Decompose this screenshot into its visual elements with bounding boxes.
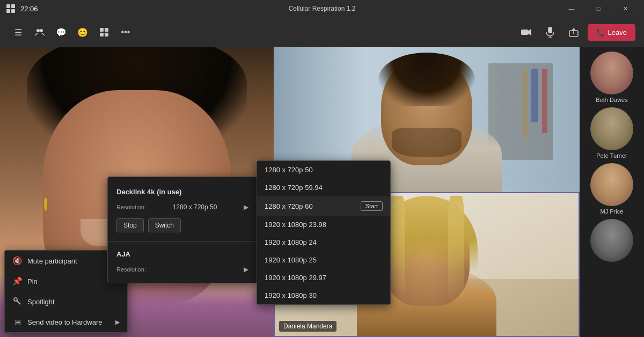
start-button[interactable]: Start — [361, 201, 383, 211]
res-720p5994-label: 1280 x 720p 59.94 — [265, 184, 323, 192]
apps-icon[interactable] — [94, 23, 114, 42]
ctx-pin-label: Pin — [27, 277, 38, 285]
avatar-beth — [590, 52, 633, 94]
title-bar-left: 22:06 — [6, 4, 38, 13]
res-720p5994[interactable]: 1280 x 720p 59.94 — [257, 179, 390, 196]
participants-panel: Beth Davies Pete Turner MJ Price — [580, 47, 644, 337]
res-1080p30-label: 1920 x 1080p 30 — [265, 291, 317, 299]
mute-icon: 🔇 — [12, 256, 22, 266]
maximize-button[interactable]: □ — [586, 0, 611, 17]
mic-icon[interactable] — [540, 23, 560, 42]
stop-button[interactable]: Stop — [116, 218, 144, 232]
title-bar: 22:06 Cellular Respiration 1.2 — □ ✕ — [0, 0, 644, 17]
res-1080p2997-label: 1920 x 1080p 29.97 — [265, 274, 326, 282]
participant-beth-name: Beth Davies — [596, 97, 627, 103]
chat-icon[interactable]: 💬 — [52, 23, 71, 42]
res-1080p2997[interactable]: 1920 x 1080p 29.97 — [257, 269, 390, 287]
pin-icon: 📌 — [12, 276, 22, 286]
res-1080p2398-label: 1920 x 1080p 23.98 — [265, 221, 326, 229]
leave-label: Leave — [608, 28, 627, 36]
toolbar-right: 📞 Leave — [517, 23, 635, 42]
participant-mj[interactable]: MJ Price — [584, 163, 640, 215]
svg-rect-3 — [105, 28, 108, 32]
device-name: Decklink 4k (in use) — [108, 184, 257, 200]
aja-resolution-row[interactable]: Resolution: ▶ — [108, 262, 257, 276]
participant-mj-name: MJ Price — [601, 208, 624, 215]
svg-rect-4 — [100, 33, 104, 36]
aja-resolution-label: Resolution: — [116, 266, 146, 273]
svg-point-1 — [40, 29, 43, 32]
close-button[interactable]: ✕ — [613, 0, 638, 17]
spotlight-icon — [12, 297, 22, 307]
svg-rect-8 — [548, 27, 552, 33]
participant-small[interactable] — [584, 219, 640, 262]
res-1080p24[interactable]: 1920 x 1080p 24 — [257, 233, 390, 251]
aja-label: AJA — [108, 246, 257, 262]
res-1080p25[interactable]: 1920 x 1080p 25 — [257, 251, 390, 269]
svg-rect-5 — [105, 33, 108, 36]
res-720p60[interactable]: 1280 x 720p 60 Start — [257, 196, 390, 216]
resolution-arrow: ▶ — [244, 203, 248, 211]
time-display: 22:06 — [20, 5, 38, 13]
device-menu: Decklink 4k (in use) Resolution: 1280 x … — [107, 177, 258, 283]
res-1080p25-label: 1920 x 1080p 25 — [265, 256, 317, 264]
minimize-button[interactable]: — — [559, 0, 584, 17]
svg-rect-2 — [100, 28, 104, 32]
people-icon[interactable] — [30, 23, 49, 42]
ctx-arrow-icon: ▶ — [115, 319, 120, 326]
participants-icon[interactable]: ☰ — [9, 23, 28, 42]
resolution-submenu: 1280 x 720p 50 1280 x 720p 59.94 1280 x … — [257, 160, 391, 305]
participant-pete-name: Pete Turner — [596, 152, 627, 159]
participant-beth[interactable]: Beth Davies — [584, 52, 640, 103]
participant-pete[interactable]: Pete Turner — [584, 107, 640, 159]
daniela-nametag: Daniela Mandera — [279, 321, 336, 332]
leave-phone-icon: 📞 — [596, 28, 605, 36]
resolution-value: 1280 x 720p 50 — [173, 203, 217, 211]
svg-point-13 — [14, 298, 17, 301]
device-divider — [108, 241, 257, 241]
res-1080p30[interactable]: 1920 x 1080p 30 — [257, 287, 390, 304]
ctx-mute-label: Mute participant — [27, 257, 77, 265]
window-title: Cellular Respiration 1.2 — [289, 5, 356, 12]
switch-button[interactable]: Switch — [148, 218, 181, 232]
resolution-label: Resolution: — [116, 204, 146, 210]
app-icon — [6, 4, 15, 13]
device-action-buttons: Stop Switch — [108, 214, 257, 237]
window-controls: — □ ✕ — [559, 0, 638, 17]
res-1080p2398[interactable]: 1920 x 1080p 23.98 — [257, 216, 390, 233]
reactions-icon[interactable]: 😊 — [73, 23, 92, 42]
ctx-spotlight[interactable]: Spotlight — [5, 291, 127, 312]
res-1080p24-label: 1920 x 1080p 24 — [265, 238, 317, 246]
more-options-icon[interactable]: ••• — [116, 23, 135, 42]
avatar-pete — [590, 107, 633, 150]
svg-rect-6 — [521, 30, 528, 35]
svg-line-14 — [17, 301, 21, 305]
ctx-send-video[interactable]: 🖥 Send video to Hardware ▶ — [5, 312, 127, 332]
res-720p50[interactable]: 1280 x 720p 50 — [257, 161, 390, 179]
avatar-mj — [590, 163, 633, 206]
toolbar: ☰ 💬 😊 ••• — [0, 17, 644, 47]
share-icon[interactable] — [564, 23, 583, 42]
camera-icon[interactable] — [517, 23, 536, 42]
ctx-send-video-label: Send video to Hardware — [27, 318, 102, 326]
ctx-spotlight-label: Spotlight — [27, 298, 55, 306]
svg-point-0 — [36, 29, 40, 32]
res-720p60-label: 1280 x 720p 60 — [265, 202, 313, 210]
avatar-small — [590, 219, 633, 262]
daniela-name: Daniela Mandera — [283, 323, 332, 330]
svg-marker-7 — [528, 29, 531, 35]
leave-button[interactable]: 📞 Leave — [588, 24, 635, 41]
aja-resolution-arrow: ▶ — [244, 266, 248, 273]
res-720p50-label: 1280 x 720p 50 — [265, 166, 313, 174]
toolbar-left: ☰ 💬 😊 ••• — [9, 23, 135, 42]
device-resolution-row: Resolution: 1280 x 720p 50 ▶ — [108, 200, 257, 214]
monitor-icon: 🖥 — [12, 318, 22, 327]
